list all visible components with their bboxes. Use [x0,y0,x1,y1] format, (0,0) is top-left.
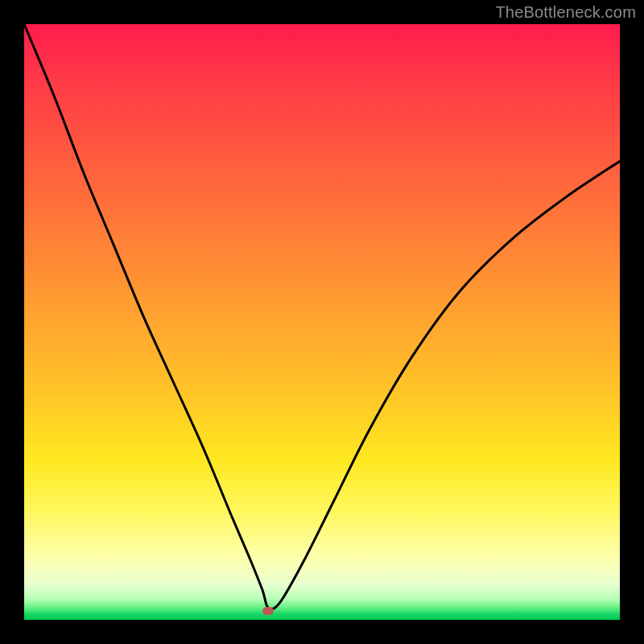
optimal-point-marker [262,607,274,615]
chart-frame: TheBottleneck.com [0,0,644,644]
plot-area [24,24,620,620]
bottleneck-curve [24,24,620,620]
watermark-text: TheBottleneck.com [495,3,636,22]
